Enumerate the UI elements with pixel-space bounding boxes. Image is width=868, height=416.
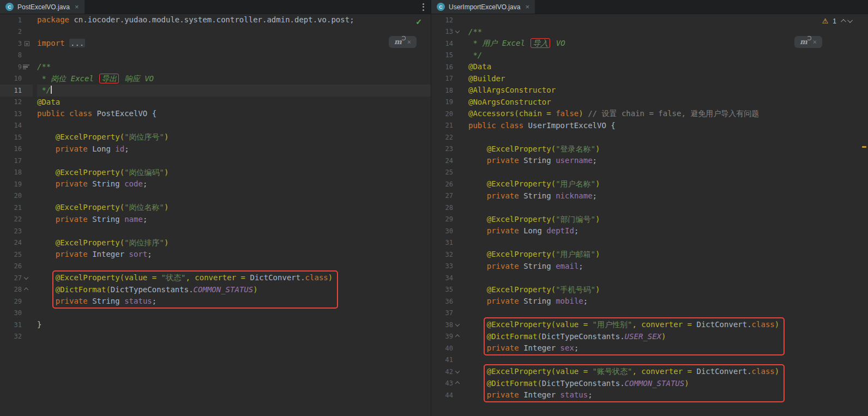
code-line[interactable]: @ExcelProperty(value = "账号状态", converter… [468, 366, 868, 378]
code-line[interactable]: private String nickname; [468, 190, 868, 202]
line-number[interactable]: 27 [431, 190, 464, 202]
line-number[interactable]: 19 [0, 178, 33, 190]
line-number[interactable]: 22 [431, 131, 464, 143]
fold-down-icon[interactable] [455, 29, 460, 33]
line-number[interactable]: 10 [0, 73, 33, 85]
code-line[interactable]: package cn.iocoder.yudao.module.system.c… [37, 14, 431, 26]
code-line[interactable]: @DictFormat(DictTypeConstants.USER_SEX) [468, 331, 868, 343]
code-line[interactable] [37, 120, 431, 132]
code-line[interactable]: @ExcelProperty("岗位编码") [37, 167, 431, 179]
code-line[interactable]: private String username; [468, 155, 868, 167]
line-number[interactable]: 41 [431, 354, 464, 366]
code-line[interactable]: @ExcelProperty("部门编号") [468, 214, 868, 226]
line-number[interactable]: 16 [0, 143, 33, 155]
code-line[interactable] [468, 308, 868, 319]
code-line[interactable]: private Integer status; [468, 389, 868, 401]
line-number[interactable]: 37 [431, 308, 464, 319]
line-number[interactable]: 26 [0, 261, 33, 273]
code-line[interactable]: */ [37, 85, 431, 97]
line-number[interactable]: 13 [431, 26, 464, 38]
code-line[interactable]: private String code; [37, 178, 431, 190]
code-line[interactable]: private String name; [37, 214, 431, 226]
code-line[interactable] [37, 308, 431, 319]
inline-completion-widget[interactable]: m × [794, 36, 822, 48]
code-line[interactable]: @ExcelProperty("岗位序号") [37, 131, 431, 143]
code-line[interactable]: private String email; [468, 261, 868, 273]
line-number[interactable]: 30 [431, 225, 464, 237]
tab-postexcelvo[interactable]: C PostExcelVO.java × [0, 0, 85, 14]
line-number[interactable]: 16 [431, 61, 464, 73]
line-number[interactable]: 33 [431, 261, 464, 273]
code-line[interactable]: @ExcelProperty("岗位排序") [37, 237, 431, 249]
code-line[interactable]: @Data [468, 61, 868, 73]
line-number[interactable]: 21 [431, 120, 464, 132]
code-line[interactable]: @ExcelProperty("用户邮箱") [468, 249, 868, 261]
line-number[interactable]: 29 [431, 214, 464, 226]
code-line[interactable]: @ExcelProperty("登录名称") [468, 143, 868, 155]
line-number[interactable]: 32 [0, 331, 33, 343]
line-number[interactable]: 31 [431, 237, 464, 249]
line-number[interactable]: 20 [431, 108, 464, 120]
line-number[interactable]: 24 [0, 237, 33, 249]
line-number[interactable]: 34 [431, 272, 464, 284]
inline-completion-widget[interactable]: m × [389, 36, 417, 48]
inspections-warning-widget[interactable]: ⚠ 1 [822, 17, 853, 25]
line-number[interactable]: 18 [431, 85, 464, 97]
code-line[interactable]: private Integer sort; [37, 249, 431, 261]
inspections-ok-widget[interactable]: ✓ [415, 17, 422, 26]
line-number[interactable]: 42 [431, 366, 464, 378]
code-line[interactable]: @Accessors(chain = false) // 设置 chain = … [468, 108, 868, 120]
fold-down-icon[interactable] [455, 322, 460, 326]
fold-down-icon[interactable] [24, 275, 28, 279]
line-number[interactable]: 19 [431, 97, 464, 108]
line-number[interactable]: 15 [0, 131, 33, 143]
code-line[interactable]: @Data [37, 97, 431, 108]
close-icon[interactable]: × [75, 3, 79, 11]
line-number[interactable]: 17 [0, 155, 33, 167]
code-line[interactable] [468, 354, 868, 366]
fold-plus-icon[interactable] [25, 41, 29, 46]
line-number[interactable]: 31 [0, 319, 33, 331]
code-line[interactable] [468, 272, 868, 284]
line-number[interactable]: 25 [431, 167, 464, 179]
fold-down-icon[interactable] [455, 369, 460, 373]
line-number[interactable]: 13 [0, 108, 33, 120]
code-line[interactable]: @ExcelProperty(value = "用户性别", converter… [468, 319, 868, 331]
line-number[interactable]: 21 [0, 202, 33, 214]
fold-up-icon[interactable] [455, 335, 460, 339]
line-number[interactable]: 14 [431, 38, 464, 50]
code-line[interactable]: @DictFormat(DictTypeConstants.COMMON_STA… [37, 284, 431, 296]
code-line[interactable]: @ExcelProperty("岗位名称") [37, 202, 431, 214]
code-line[interactable]: @ExcelProperty(value = "状态", converter =… [37, 272, 431, 284]
line-number[interactable]: 35 [431, 284, 464, 296]
tab-userimportexcelvo[interactable]: C UserImportExcelVO.java × [431, 0, 535, 14]
line-number[interactable]: 44 [431, 389, 464, 401]
fold-up-icon[interactable] [455, 382, 460, 386]
code-area[interactable]: package cn.iocoder.yudao.module.system.c… [33, 14, 431, 416]
code-line[interactable] [37, 155, 431, 167]
code-line[interactable] [37, 331, 431, 343]
line-number[interactable]: 20 [0, 190, 33, 202]
next-issue-chevron-down-icon[interactable] [847, 17, 853, 23]
line-number[interactable]: 40 [431, 342, 464, 354]
kebab-menu-icon[interactable] [415, 0, 431, 14]
code-line[interactable] [37, 190, 431, 202]
code-line[interactable] [37, 26, 431, 38]
code-line[interactable]: @ExcelProperty("手机号码") [468, 284, 868, 296]
line-number[interactable]: 12 [0, 97, 33, 108]
line-number[interactable]: 14 [0, 120, 33, 132]
line-number[interactable]: 43 [431, 378, 464, 390]
line-number[interactable]: 18 [0, 167, 33, 179]
line-number[interactable]: 23 [431, 143, 464, 155]
line-number[interactable]: 15 [431, 50, 464, 62]
code-line[interactable]: } [37, 319, 431, 331]
code-line[interactable]: @Builder [468, 73, 868, 85]
code-line[interactable]: @DictFormat(DictTypeConstants.COMMON_STA… [468, 378, 868, 390]
line-number[interactable]: 11 [0, 85, 33, 97]
code-line[interactable]: @AllArgsConstructor [468, 85, 868, 97]
code-line[interactable]: public class UserImportExcelVO { [468, 120, 868, 132]
code-line[interactable]: private Integer sex; [468, 342, 868, 354]
code-line[interactable] [468, 202, 868, 214]
line-number[interactable]: 28 [431, 202, 464, 214]
line-number[interactable]: 30 [0, 308, 33, 319]
